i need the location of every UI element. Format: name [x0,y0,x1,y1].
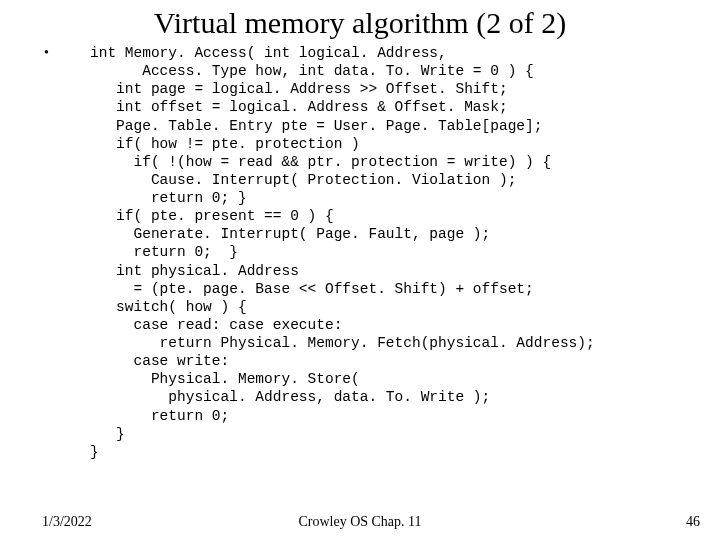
slide: Virtual memory algorithm (2 of 2) • int … [0,0,720,540]
footer-page-number: 46 [686,514,700,530]
bullet-icon: • [44,46,49,60]
slide-body: • int Memory. Access( int logical. Addre… [0,44,720,461]
code-block: int Memory. Access( int logical. Address… [60,44,720,461]
slide-title: Virtual memory algorithm (2 of 2) [0,0,720,44]
footer-center: Crowley OS Chap. 11 [0,514,720,530]
